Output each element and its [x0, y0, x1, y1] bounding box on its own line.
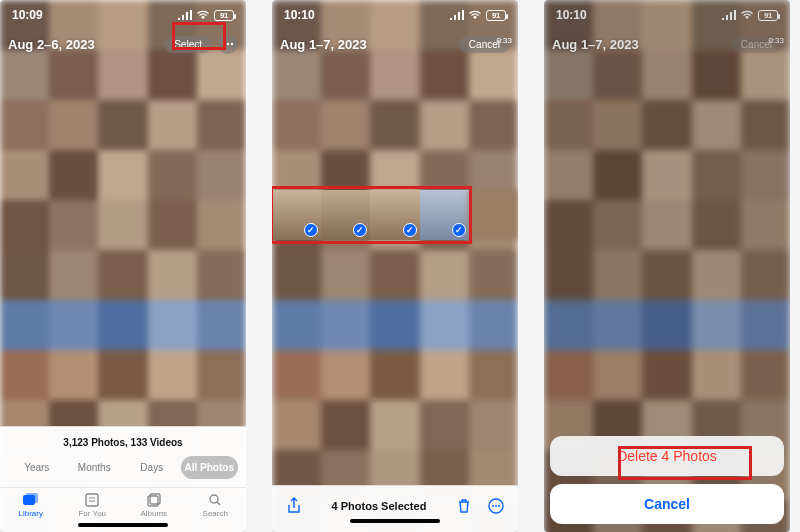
photo-thumbnail[interactable] — [272, 100, 321, 150]
status-time: 10:09 — [12, 8, 43, 22]
screen-library-browse: 10:09 91 Aug 2–6, 2023 Select 3,123 Phot… — [0, 0, 246, 532]
filter-months[interactable]: Months — [66, 456, 124, 479]
selected-photo[interactable]: ✓ — [321, 190, 370, 240]
photo-thumbnail[interactable] — [0, 100, 49, 150]
photo-thumbnail[interactable] — [98, 250, 147, 300]
photo-thumbnail[interactable] — [49, 100, 98, 150]
photo-thumbnail[interactable] — [321, 350, 370, 400]
photo-thumbnail[interactable] — [370, 300, 419, 350]
photo-thumbnail[interactable] — [321, 300, 370, 350]
more-options-button[interactable] — [486, 496, 506, 516]
svg-point-1 — [227, 43, 229, 45]
status-bar: 10:10 91 — [272, 6, 518, 24]
home-indicator[interactable] — [78, 523, 168, 527]
photo-thumbnail[interactable] — [0, 350, 49, 400]
selection-checkmark-icon: ✓ — [304, 223, 318, 237]
photo-thumbnail[interactable] — [49, 350, 98, 400]
cellular-icon — [450, 10, 464, 20]
time-filter-segmented[interactable]: Years Months Days All Photos — [0, 456, 246, 487]
selection-checkmark-icon: ✓ — [403, 223, 417, 237]
selected-photo[interactable]: ✓ — [370, 190, 419, 240]
photo-thumbnail[interactable] — [197, 150, 246, 200]
photo-thumbnail[interactable] — [148, 200, 197, 250]
tab-albums[interactable]: Albums — [123, 492, 185, 518]
selected-photos-row: ✓ ✓ ✓ ✓ — [272, 190, 518, 240]
photo-thumbnail[interactable] — [420, 100, 469, 150]
photo-thumbnail[interactable] — [49, 250, 98, 300]
more-menu-button[interactable] — [218, 34, 238, 54]
svg-point-0 — [223, 43, 225, 45]
svg-point-8 — [210, 495, 218, 503]
photo-thumbnail[interactable] — [148, 250, 197, 300]
photo-thumbnail[interactable] — [197, 250, 246, 300]
albums-icon — [123, 492, 185, 508]
screen-selecting-photos: 10:10 91 Aug 1–7, 2023 Cancel 0:33 ✓ ✓ ✓… — [272, 0, 518, 532]
selection-checkmark-icon: ✓ — [353, 223, 367, 237]
photo-thumbnail[interactable] — [98, 100, 147, 150]
photo-thumbnail[interactable] — [370, 400, 419, 450]
photo-thumbnail[interactable] — [0, 300, 49, 350]
photo-thumbnail[interactable] — [197, 200, 246, 250]
battery-icon: 91 — [486, 10, 506, 21]
filter-days[interactable]: Days — [123, 456, 181, 479]
photo-thumbnail[interactable] — [272, 400, 321, 450]
photo-thumbnail[interactable] — [321, 250, 370, 300]
photo-thumbnail[interactable] — [321, 100, 370, 150]
photo-thumbnail[interactable] — [272, 350, 321, 400]
photo-thumbnail[interactable] — [197, 350, 246, 400]
photo-thumbnail[interactable] — [420, 350, 469, 400]
svg-point-10 — [492, 505, 494, 507]
photo-thumbnail[interactable] — [0, 150, 49, 200]
svg-point-11 — [495, 505, 497, 507]
selection-checkmark-icon: ✓ — [452, 223, 466, 237]
photo-thumbnail[interactable] — [197, 100, 246, 150]
photo-thumbnail[interactable] — [98, 200, 147, 250]
photo-thumbnail[interactable] — [0, 200, 49, 250]
photo-thumbnail[interactable] — [321, 400, 370, 450]
home-indicator[interactable] — [350, 519, 440, 523]
photo-thumbnail[interactable] — [98, 150, 147, 200]
photo-thumbnail[interactable] — [370, 250, 419, 300]
photo-thumbnail[interactable] — [272, 300, 321, 350]
tab-search[interactable]: Search — [185, 492, 247, 518]
photo-thumbnail[interactable] — [98, 350, 147, 400]
delete-photos-button[interactable]: Delete 4 Photos — [550, 436, 784, 476]
svg-point-12 — [498, 505, 500, 507]
tab-library[interactable]: Library — [0, 492, 62, 518]
photo-thumbnail[interactable] — [148, 150, 197, 200]
photo-thumbnail[interactable] — [0, 250, 49, 300]
photo-thumbnail[interactable] — [420, 400, 469, 450]
battery-icon: 91 — [214, 10, 234, 21]
selected-photo[interactable]: ✓ — [420, 190, 469, 240]
photo-thumbnail[interactable] — [49, 200, 98, 250]
selection-header: Aug 1–7, 2023 Cancel — [272, 30, 518, 58]
trash-button[interactable] — [454, 496, 474, 516]
photo-thumbnail[interactable] — [49, 150, 98, 200]
library-icon — [0, 492, 62, 508]
selection-count-label: 4 Photos Selected — [332, 500, 427, 512]
photo-thumbnail[interactable] — [148, 300, 197, 350]
status-time: 10:10 — [284, 8, 315, 22]
photo-thumbnail[interactable] — [197, 300, 246, 350]
select-button[interactable]: Select — [164, 36, 212, 53]
photo-thumbnail[interactable] — [420, 300, 469, 350]
photo-thumbnail[interactable] — [49, 300, 98, 350]
status-bar: 10:09 91 — [0, 6, 246, 24]
photo-thumbnail[interactable] — [420, 250, 469, 300]
tab-for-you[interactable]: For You — [62, 492, 124, 518]
photo-thumbnail[interactable] — [148, 350, 197, 400]
photo-thumbnail[interactable] — [370, 350, 419, 400]
selected-photo[interactable]: ✓ — [272, 190, 321, 240]
date-range-title: Aug 1–7, 2023 — [280, 37, 367, 52]
photo-thumbnail[interactable] — [98, 300, 147, 350]
filter-years[interactable]: Years — [8, 456, 66, 479]
action-sheet-cancel-button[interactable]: Cancel — [550, 484, 784, 524]
photo-thumbnail[interactable] — [272, 250, 321, 300]
photo-thumbnail[interactable] — [148, 100, 197, 150]
photo-thumbnail[interactable] — [370, 100, 419, 150]
delete-action-sheet: Delete 4 Photos Cancel — [550, 436, 784, 524]
filter-all-photos[interactable]: All Photos — [181, 456, 239, 479]
cellular-icon — [178, 10, 192, 20]
share-button[interactable] — [284, 496, 304, 516]
photo-grid[interactable] — [272, 0, 518, 532]
